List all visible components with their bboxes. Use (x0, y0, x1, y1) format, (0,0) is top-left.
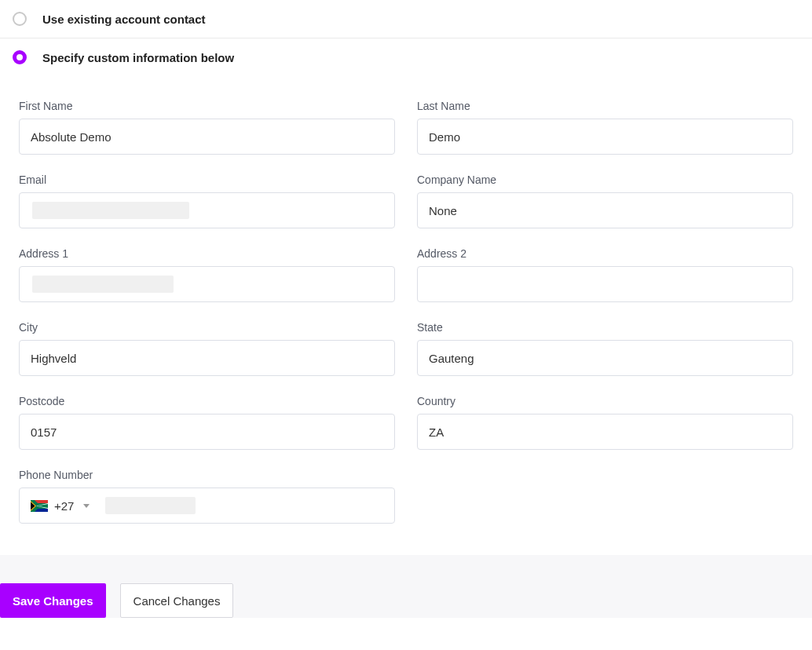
address1-label: Address 1 (19, 247, 395, 260)
email-redacted (32, 202, 189, 219)
email-label: Email (19, 173, 395, 186)
option-existing-contact[interactable]: Use existing account contact (0, 0, 812, 38)
field-address1: Address 1 (19, 247, 395, 302)
company-label: Company Name (417, 173, 793, 186)
option-custom-label: Specify custom information below (42, 51, 234, 64)
first-name-label: First Name (19, 100, 395, 112)
option-existing-label: Use existing account contact (42, 13, 206, 26)
city-input[interactable] (19, 340, 395, 376)
last-name-input[interactable] (417, 119, 793, 155)
field-address2: Address 2 (417, 247, 793, 302)
field-city: City (19, 321, 395, 376)
country-input[interactable] (417, 414, 793, 450)
address2-input[interactable] (417, 266, 793, 302)
custom-info-form: First Name Last Name Email Company Name … (0, 76, 812, 555)
field-company: Company Name (417, 173, 793, 228)
footer-bar: Save Changes Cancel Changes (0, 555, 812, 618)
phone-number-area[interactable] (97, 497, 394, 514)
field-state: State (417, 321, 793, 376)
address1-input[interactable] (19, 266, 395, 302)
phone-country-selector[interactable]: +27 (20, 488, 97, 523)
phone-label: Phone Number (19, 469, 395, 481)
field-postcode: Postcode (19, 395, 395, 450)
last-name-label: Last Name (417, 100, 793, 112)
phone-redacted (105, 497, 196, 514)
company-input[interactable] (417, 192, 793, 228)
save-button[interactable]: Save Changes (0, 583, 106, 618)
chevron-down-icon (83, 504, 90, 508)
city-label: City (19, 321, 395, 334)
radio-checked-icon[interactable] (13, 50, 27, 64)
flag-za-icon (31, 500, 48, 512)
address2-label: Address 2 (417, 247, 793, 260)
state-label: State (417, 321, 793, 334)
postcode-input[interactable] (19, 414, 395, 450)
radio-unchecked-icon[interactable] (13, 12, 27, 26)
state-input[interactable] (417, 340, 793, 376)
cancel-button[interactable]: Cancel Changes (120, 583, 234, 618)
address1-redacted (32, 276, 174, 293)
phone-dial-code: +27 (54, 499, 74, 513)
field-first-name: First Name (19, 100, 395, 155)
postcode-label: Postcode (19, 395, 395, 407)
email-input[interactable] (19, 192, 395, 228)
field-country: Country (417, 395, 793, 450)
country-label: Country (417, 395, 793, 407)
phone-input[interactable]: +27 (19, 488, 395, 524)
field-email: Email (19, 173, 395, 228)
field-phone: Phone Number +27 (19, 469, 395, 524)
field-last-name: Last Name (417, 100, 793, 155)
first-name-input[interactable] (19, 119, 395, 155)
option-custom-info[interactable]: Specify custom information below (0, 38, 812, 76)
